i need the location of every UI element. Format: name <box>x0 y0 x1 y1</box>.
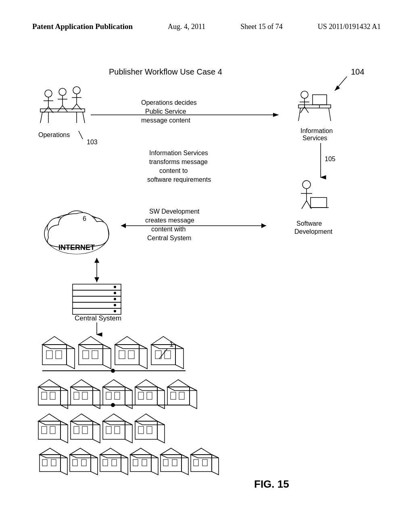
svg-rect-169 <box>112 459 117 466</box>
svg-rect-119 <box>147 392 152 399</box>
svg-point-67 <box>114 298 116 300</box>
svg-marker-177 <box>130 455 158 458</box>
svg-marker-173 <box>130 448 151 455</box>
svg-rect-84 <box>115 345 139 365</box>
svg-rect-64 <box>73 308 121 314</box>
svg-marker-105 <box>71 380 93 387</box>
svg-point-12 <box>59 88 66 96</box>
svg-rect-118 <box>138 392 144 399</box>
svg-rect-175 <box>142 459 147 466</box>
svg-line-4 <box>83 112 85 123</box>
svg-marker-129 <box>38 414 60 421</box>
svg-marker-111 <box>103 380 125 387</box>
svg-rect-184 <box>191 455 212 472</box>
svg-rect-61 <box>73 290 121 296</box>
sheet-info: Sheet 15 of 74 <box>240 23 282 31</box>
svg-marker-77 <box>42 345 75 349</box>
svg-point-7 <box>45 90 52 97</box>
svg-rect-62 <box>73 296 121 302</box>
label-6: 6 <box>83 215 86 222</box>
svg-rect-74 <box>46 351 52 359</box>
svg-marker-161 <box>70 448 91 455</box>
svg-marker-115 <box>103 387 132 391</box>
svg-rect-162 <box>73 459 77 466</box>
svg-rect-100 <box>42 392 47 399</box>
svg-rect-112 <box>106 392 111 399</box>
distribution-row2b <box>38 414 165 443</box>
svg-line-71 <box>159 349 167 359</box>
decides-text3: message content <box>141 117 190 124</box>
svg-rect-87 <box>128 351 134 359</box>
svg-rect-60 <box>73 284 121 290</box>
svg-rect-143 <box>115 426 120 434</box>
info-services-icon <box>298 91 331 121</box>
svg-rect-44 <box>311 197 327 208</box>
svg-marker-165 <box>70 455 98 458</box>
svg-rect-80 <box>83 351 89 359</box>
distribution-row2 <box>38 380 197 409</box>
patent-number: US 2011/0191432 A1 <box>318 23 381 31</box>
svg-marker-89 <box>115 345 147 349</box>
svg-point-17 <box>73 87 80 94</box>
svg-rect-131 <box>50 426 55 434</box>
sw-dev-icon <box>301 181 329 209</box>
svg-rect-178 <box>161 455 181 472</box>
svg-rect-156 <box>42 459 47 466</box>
sw-dev-label1: Software <box>296 220 322 227</box>
svg-rect-166 <box>100 455 121 472</box>
svg-marker-117 <box>135 380 157 387</box>
diagram-svg: Publisher Workflow Use Case 4 104 <box>16 52 397 508</box>
svg-rect-113 <box>115 392 120 399</box>
svg-marker-145 <box>103 421 132 425</box>
svg-marker-58 <box>94 258 99 263</box>
svg-marker-151 <box>135 421 165 425</box>
header: Patent Application Publication Aug. 4, 2… <box>0 22 413 31</box>
svg-rect-81 <box>92 351 98 359</box>
svg-point-97 <box>111 369 115 373</box>
label-105: 105 <box>325 156 336 162</box>
svg-marker-179 <box>161 448 181 455</box>
svg-marker-99 <box>38 380 60 387</box>
svg-rect-186 <box>194 459 198 466</box>
svg-marker-189 <box>191 455 219 458</box>
svg-marker-133 <box>38 421 68 425</box>
svg-rect-106 <box>74 392 79 399</box>
transforms-text3: content to <box>159 167 188 174</box>
operations-icon <box>40 87 85 123</box>
transforms-text2: transforms message <box>149 158 208 165</box>
svg-line-24 <box>298 108 300 121</box>
svg-point-153 <box>111 403 115 407</box>
svg-marker-167 <box>100 448 121 455</box>
decides-text2: Public Service <box>145 108 186 115</box>
central-system-icon <box>73 284 121 314</box>
svg-point-39 <box>302 181 311 189</box>
svg-point-28 <box>301 91 308 98</box>
svg-marker-121 <box>135 387 165 391</box>
svg-point-65 <box>114 286 116 288</box>
svg-rect-136 <box>74 426 79 434</box>
svg-rect-180 <box>163 459 168 466</box>
info-services-label1: Information <box>300 127 333 134</box>
svg-marker-48 <box>261 223 266 228</box>
svg-rect-187 <box>202 459 207 466</box>
svg-marker-103 <box>38 387 68 391</box>
svg-rect-23 <box>298 105 331 108</box>
svg-marker-83 <box>79 345 111 349</box>
page: Patent Application Publication Aug. 4, 2… <box>0 0 413 532</box>
svg-point-66 <box>114 292 116 294</box>
distribution-row3 <box>40 448 219 475</box>
svg-rect-160 <box>70 455 91 472</box>
sw-creates-text4: Central System <box>147 235 191 241</box>
svg-line-3 <box>40 112 42 123</box>
svg-rect-101 <box>50 392 55 399</box>
svg-marker-155 <box>40 448 60 455</box>
svg-rect-181 <box>172 459 177 466</box>
svg-marker-73 <box>42 337 67 345</box>
svg-marker-147 <box>135 414 157 421</box>
svg-marker-159 <box>40 455 67 458</box>
svg-rect-157 <box>51 459 56 466</box>
svg-rect-26 <box>313 95 327 105</box>
transforms-text1: Information Services <box>149 150 208 156</box>
publication-date: Aug. 4, 2011 <box>168 23 205 31</box>
svg-rect-168 <box>103 459 108 466</box>
